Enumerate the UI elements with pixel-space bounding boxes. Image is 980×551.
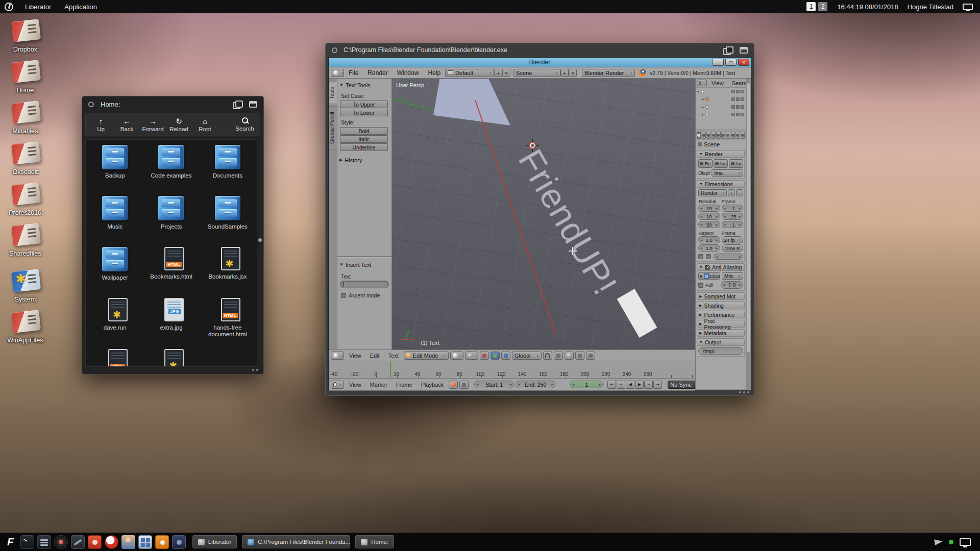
display-icon[interactable] bbox=[960, 538, 971, 546]
panel-text-tools[interactable]: Text Tools bbox=[339, 81, 389, 89]
add-scene-button[interactable]: + bbox=[560, 69, 569, 77]
start-frame-field[interactable]: Start: 1 bbox=[474, 381, 514, 388]
timeline-marker-menu[interactable]: Marker bbox=[366, 382, 391, 388]
orientation-select[interactable]: Global bbox=[512, 352, 542, 360]
menu-render[interactable]: Render bbox=[363, 69, 392, 77]
desktop-icon-profes2016[interactable]: Profes2016: bbox=[4, 184, 48, 216]
underline-button[interactable]: Underline bbox=[340, 143, 388, 151]
resize-grip[interactable] bbox=[256, 369, 258, 371]
forward-button[interactable]: →Forward bbox=[140, 117, 166, 133]
next-keyframe-button[interactable]: » bbox=[644, 381, 653, 389]
viewport-3d[interactable]: User Persp FriendUP! (1) Text bbox=[392, 79, 695, 349]
resize-grip[interactable] bbox=[747, 391, 749, 393]
scene-select[interactable]: Scene bbox=[513, 69, 560, 77]
terminal-icon[interactable] bbox=[20, 535, 34, 549]
file-item-wallpaper[interactable]: Wallpaper bbox=[87, 247, 143, 294]
render-opengl-button[interactable] bbox=[575, 352, 584, 360]
jump-start-button[interactable]: ⇤ bbox=[607, 381, 616, 389]
task-blender[interactable]: C:\Program Files\Blender Founda... bbox=[242, 535, 350, 548]
snap-element-button[interactable] bbox=[554, 352, 563, 360]
display-mode-select[interactable]: Ima bbox=[712, 169, 743, 177]
editor-type-select[interactable] bbox=[697, 80, 707, 86]
task-home[interactable]: Home: bbox=[355, 535, 394, 548]
mode-select[interactable]: Edit Mode bbox=[404, 352, 449, 360]
toggle-size-icon[interactable] bbox=[740, 47, 748, 54]
tab-data-icon[interactable] bbox=[731, 132, 736, 139]
restrict-view-icon[interactable] bbox=[731, 105, 735, 109]
file-item-bookmarks-jsx[interactable]: Bookmarks.jsx bbox=[200, 247, 256, 294]
window-menu-icon[interactable] bbox=[88, 102, 94, 107]
proportional-edit-button[interactable] bbox=[565, 352, 574, 360]
panel-anti-aliasing[interactable]: Anti-Aliasing bbox=[697, 263, 745, 271]
desktop-icon-mitrafiles[interactable]: Mitrafiles: bbox=[4, 102, 48, 135]
italic-button[interactable]: Italic bbox=[340, 135, 388, 143]
restrict-render-icon[interactable] bbox=[741, 97, 744, 101]
to-upper-button[interactable]: To Upper bbox=[340, 101, 388, 108]
tab-physics-icon[interactable] bbox=[741, 132, 745, 139]
send-icon[interactable] bbox=[934, 538, 943, 545]
properties-scrollbar[interactable] bbox=[746, 79, 751, 389]
games-icon[interactable] bbox=[172, 535, 186, 549]
panel-render[interactable]: Render bbox=[697, 150, 745, 158]
record-button[interactable] bbox=[449, 381, 458, 389]
snap-magnet-button[interactable] bbox=[543, 352, 552, 360]
maximize-button[interactable]: □ bbox=[725, 59, 737, 66]
spacer-field[interactable] bbox=[714, 254, 743, 260]
filter-size-field[interactable]: 1.0 bbox=[721, 281, 743, 289]
tab-constraints-icon[interactable] bbox=[721, 132, 726, 139]
timeline-frame-menu[interactable]: Frame bbox=[393, 382, 416, 388]
file-item-partial-2[interactable] bbox=[143, 349, 199, 367]
menu-help[interactable]: Help bbox=[423, 69, 445, 77]
render-engine-select[interactable]: Blender Render bbox=[582, 69, 635, 77]
search-button[interactable]: Search bbox=[232, 117, 258, 132]
fps-select[interactable]: 24 fp bbox=[722, 236, 744, 243]
manipulator-rotate-button[interactable] bbox=[491, 352, 500, 360]
root-button[interactable]: ⌂Root bbox=[192, 117, 218, 133]
aspect-y-field[interactable]: 1.0 bbox=[698, 244, 720, 252]
add-layout-button[interactable]: + bbox=[494, 69, 502, 77]
reload-button[interactable]: ↻Reload bbox=[166, 117, 192, 133]
outliner-view-menu[interactable]: View bbox=[708, 80, 727, 86]
render-opengl-anim-button[interactable] bbox=[586, 352, 595, 360]
friend-logo-icon[interactable] bbox=[5, 3, 13, 11]
timeline-playback-menu[interactable]: Playback bbox=[418, 382, 448, 388]
restrict-select-icon[interactable] bbox=[736, 90, 740, 93]
accent-mode-checkbox[interactable]: Accent mode bbox=[341, 292, 380, 298]
bold-button[interactable]: Bold bbox=[340, 127, 388, 135]
file-item-projects[interactable]: Projects bbox=[143, 196, 199, 243]
restrict-view-icon[interactable] bbox=[731, 97, 735, 101]
panel-metadata[interactable]: Metadata bbox=[697, 329, 745, 337]
restrict-select-icon[interactable] bbox=[736, 113, 740, 116]
tab-grease-pencil[interactable]: Grease Pencil bbox=[329, 106, 337, 150]
outliner-row[interactable]: ▾ bbox=[696, 95, 746, 103]
media-player-icon[interactable] bbox=[105, 535, 118, 549]
delete-layout-button[interactable]: × bbox=[502, 69, 510, 77]
editor-type-select[interactable] bbox=[331, 352, 344, 360]
tab-scene-icon[interactable] bbox=[706, 132, 711, 139]
restrict-select-icon[interactable] bbox=[736, 105, 740, 109]
render-button[interactable]: Re bbox=[698, 159, 713, 168]
remove-preset-button[interactable]: − bbox=[736, 189, 743, 196]
resolution-y-field[interactable]: 10 bbox=[698, 213, 720, 220]
contacts-icon[interactable] bbox=[121, 535, 135, 549]
jump-end-button[interactable]: ⇥ bbox=[653, 381, 662, 389]
border-checkbox[interactable] bbox=[698, 254, 703, 259]
panel-sampled-motion-blur[interactable]: Sampled Mot bbox=[697, 292, 745, 300]
end-frame-field[interactable]: End: 250 bbox=[516, 381, 555, 388]
aa-filter-select[interactable]: Mitc bbox=[722, 272, 743, 280]
aa-samples-11-button[interactable]: 11 bbox=[709, 272, 715, 280]
desktop-icon-winappfiles[interactable]: WinAppFiles: bbox=[4, 311, 48, 344]
aa-checkbox[interactable] bbox=[705, 265, 710, 270]
screen-layout-select[interactable]: Default bbox=[445, 69, 494, 77]
outliner-search-menu[interactable]: Search bbox=[728, 80, 746, 86]
text-menu[interactable]: Text bbox=[385, 353, 402, 359]
current-frame-field[interactable]: 1 bbox=[570, 381, 603, 388]
full-sample-checkbox[interactable] bbox=[698, 283, 703, 288]
duplicate-window-icon[interactable] bbox=[723, 46, 732, 54]
keyboard-icon[interactable] bbox=[37, 535, 51, 549]
scrollbar-thumb[interactable] bbox=[747, 83, 750, 353]
menu-liberator[interactable]: Liberator bbox=[18, 3, 58, 11]
aspect-x-field[interactable]: 1.0 bbox=[698, 236, 720, 243]
back-button[interactable]: ←Back bbox=[114, 117, 140, 133]
restrict-select-icon[interactable] bbox=[736, 97, 740, 101]
